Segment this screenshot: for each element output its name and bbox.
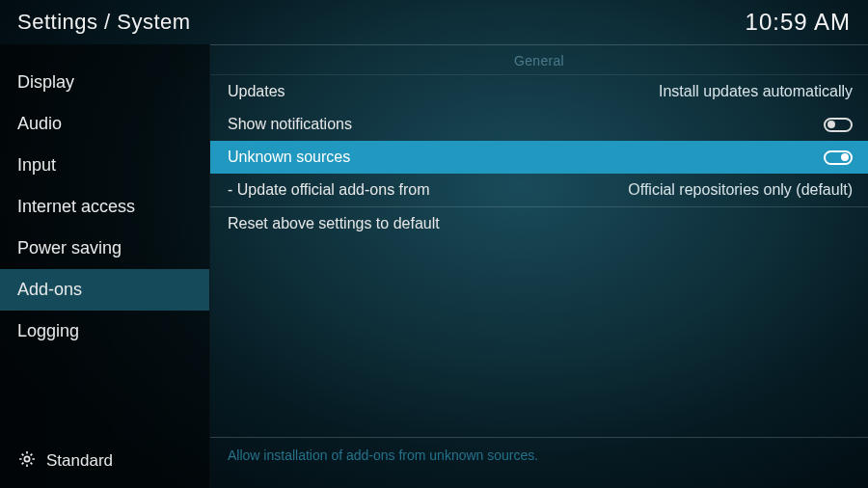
hint-footer: Allow installation of add-ons from unkno… (210, 437, 868, 488)
toggle-off-icon[interactable] (824, 118, 853, 132)
topbar: Settings / System 10:59 AM (0, 0, 868, 44)
row-value: Install updates automatically (659, 83, 853, 100)
sidebar-item-display[interactable]: Display (0, 62, 209, 103)
row-reset-defaults[interactable]: Reset above settings to default (210, 207, 868, 240)
row-label: Unknown sources (228, 149, 350, 166)
row-unknown-sources[interactable]: Unknown sources (210, 141, 868, 174)
row-label: Updates (228, 83, 285, 100)
settings-screen: Settings / System 10:59 AM Display Audio… (0, 0, 868, 488)
sidebar-item-logging[interactable]: Logging (0, 311, 209, 352)
sidebar-item-power-saving[interactable]: Power saving (0, 228, 209, 269)
clock: 10:59 AM (746, 9, 851, 36)
settings-level-button[interactable]: Standard (0, 434, 209, 488)
row-updates[interactable]: Updates Install updates automatically (210, 75, 868, 108)
settings-level-label: Standard (46, 451, 113, 471)
gear-icon (17, 449, 37, 474)
sidebar-nav: Display Audio Input Internet access Powe… (0, 44, 209, 434)
row-label: - Update official add-ons from (228, 181, 430, 199)
row-update-official-addons-from[interactable]: - Update official add-ons from Official … (210, 174, 868, 206)
main-panel: General Updates Install updates automati… (210, 44, 868, 488)
sidebar-item-add-ons[interactable]: Add-ons (0, 269, 209, 311)
sidebar-item-audio[interactable]: Audio (0, 103, 209, 145)
svg-point-0 (24, 456, 29, 461)
sidebar: Display Audio Input Internet access Powe… (0, 44, 210, 488)
breadcrumb: Settings / System (17, 10, 191, 35)
row-label: Reset above settings to default (228, 215, 440, 232)
sidebar-item-input[interactable]: Input (0, 145, 209, 186)
settings-rows: Updates Install updates automatically Sh… (210, 75, 868, 437)
row-value: Official repositories only (default) (628, 181, 853, 199)
row-show-notifications[interactable]: Show notifications (210, 108, 868, 141)
row-label: Show notifications (228, 116, 352, 133)
sidebar-item-internet-access[interactable]: Internet access (0, 186, 209, 228)
toggle-on-icon[interactable] (824, 150, 853, 165)
section-header-general: General (210, 44, 868, 75)
